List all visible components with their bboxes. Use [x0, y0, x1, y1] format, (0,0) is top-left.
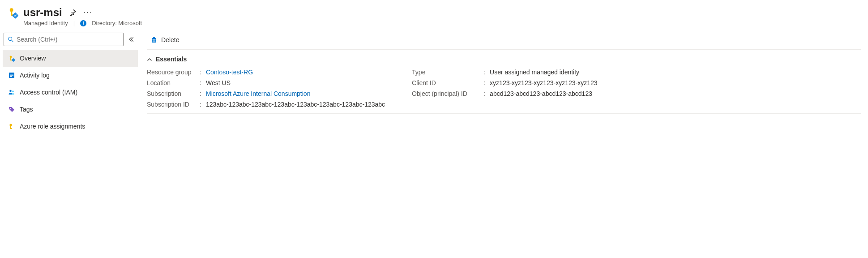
resource-group-link[interactable]: Contoso-test-RG — [206, 69, 253, 76]
toolbar: Delete — [147, 30, 861, 50]
page-title: usr-msi — [23, 6, 62, 19]
svg-point-16 — [10, 108, 11, 109]
value: xyz123-xyz123-xyz123-xyz123-xyz123 — [490, 79, 597, 86]
delete-button[interactable]: Delete — [147, 34, 183, 45]
svg-rect-3 — [12, 12, 19, 19]
svg-rect-12 — [10, 75, 13, 76]
svg-rect-21 — [153, 37, 155, 38]
key-badge-icon — [8, 55, 15, 62]
sidebar-item-label: Overview — [20, 55, 46, 62]
essentials-title: Essentials — [156, 56, 187, 63]
value: User assigned managed identity — [490, 69, 579, 76]
kv-type: Type : User assigned managed identity — [412, 69, 597, 76]
sidebar-item-tags[interactable]: Tags — [3, 101, 138, 118]
svg-rect-19 — [10, 128, 12, 129]
main-content: Delete Essentials Resource group : Conto… — [138, 30, 868, 138]
chevron-up-icon — [147, 56, 152, 62]
svg-point-4 — [9, 37, 12, 41]
collapse-sidebar-icon[interactable] — [128, 36, 134, 43]
essentials-toggle[interactable]: Essentials — [147, 50, 861, 69]
svg-point-15 — [12, 90, 14, 92]
sidebar-item-label: Access control (IAM) — [20, 89, 77, 96]
kv-resource-group: Resource group : Contoso-test-RG — [147, 69, 385, 76]
trash-icon — [150, 36, 158, 43]
svg-rect-11 — [10, 74, 13, 74]
svg-rect-13 — [10, 76, 12, 77]
essentials-panel: Resource group : Contoso-test-RG Locatio… — [147, 69, 861, 114]
page-header: usr-msi ··· Managed Identity | i Directo… — [0, 0, 868, 30]
key-icon — [8, 123, 15, 130]
label: Resource group — [147, 69, 200, 76]
label: Subscription ID — [147, 101, 200, 108]
label: Subscription — [147, 90, 200, 97]
delete-label: Delete — [161, 36, 179, 43]
value: abcd123-abcd123-abcd123-abcd123 — [490, 90, 592, 97]
label: Location — [147, 79, 200, 86]
directory-label: Directory: Microsoft — [92, 20, 142, 26]
sidebar-item-access-control[interactable]: Access control (IAM) — [3, 84, 138, 101]
kv-location: Location : West US — [147, 79, 385, 86]
label: Client ID — [412, 79, 483, 86]
resource-type-label: Managed Identity — [23, 20, 68, 26]
tag-icon — [8, 106, 15, 113]
svg-point-0 — [10, 8, 13, 12]
search-icon — [8, 36, 14, 43]
people-icon — [8, 89, 15, 96]
sidebar-item-label: Tags — [20, 106, 33, 113]
sidebar-item-label: Activity log — [20, 72, 50, 79]
label: Object (principal) ID — [412, 90, 483, 97]
info-icon[interactable]: i — [80, 20, 86, 26]
pin-icon[interactable] — [69, 9, 77, 16]
kv-client-id: Client ID : xyz123-xyz123-xyz123-xyz123-… — [412, 79, 597, 86]
svg-point-17 — [9, 124, 12, 126]
sidebar-item-label: Azure role assignments — [20, 123, 85, 130]
subscription-link[interactable]: Microsoft Azure Internal Consumption — [206, 90, 310, 97]
svg-point-14 — [9, 90, 12, 92]
managed-identity-icon — [6, 6, 19, 19]
svg-line-5 — [12, 40, 13, 42]
kv-subscription-id: Subscription ID : 123abc-123abc-123abc-1… — [147, 101, 385, 108]
value: 123abc-123abc-123abc-123abc-123abc-123ab… — [206, 101, 385, 108]
log-icon — [8, 72, 15, 79]
sidebar: Overview Activity log Access control (IA… — [0, 30, 138, 138]
label: Type — [412, 69, 483, 76]
sidebar-item-role-assignments[interactable]: Azure role assignments — [3, 118, 138, 135]
kv-subscription: Subscription : Microsoft Azure Internal … — [147, 90, 385, 97]
sidebar-item-activity-log[interactable]: Activity log — [3, 67, 138, 84]
kv-object-id: Object (principal) ID : abcd123-abcd123-… — [412, 90, 597, 97]
more-actions-icon[interactable]: ··· — [84, 9, 92, 17]
value: West US — [206, 79, 231, 86]
divider: | — [73, 20, 75, 26]
svg-point-6 — [10, 56, 12, 58]
sidebar-item-overview[interactable]: Overview — [3, 50, 138, 67]
search-field[interactable] — [17, 36, 120, 43]
svg-rect-8 — [10, 60, 12, 60]
search-input[interactable] — [4, 33, 124, 46]
svg-rect-9 — [12, 58, 15, 62]
